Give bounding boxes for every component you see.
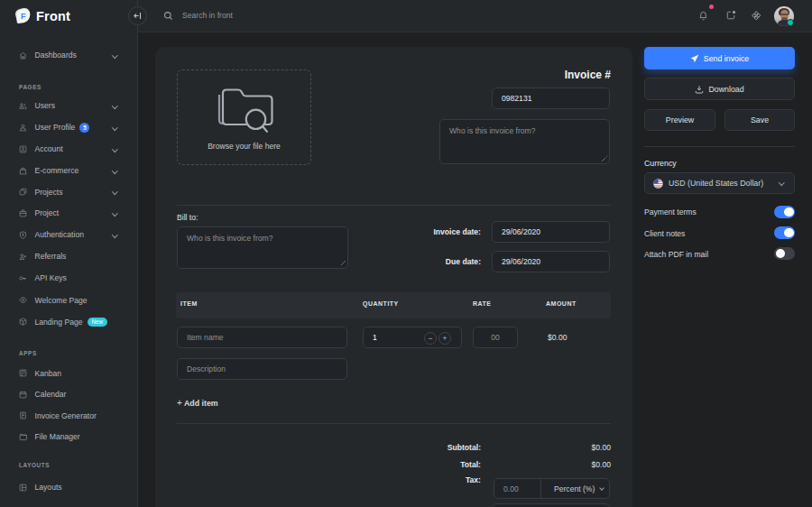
svg-text:F: F	[21, 12, 26, 21]
